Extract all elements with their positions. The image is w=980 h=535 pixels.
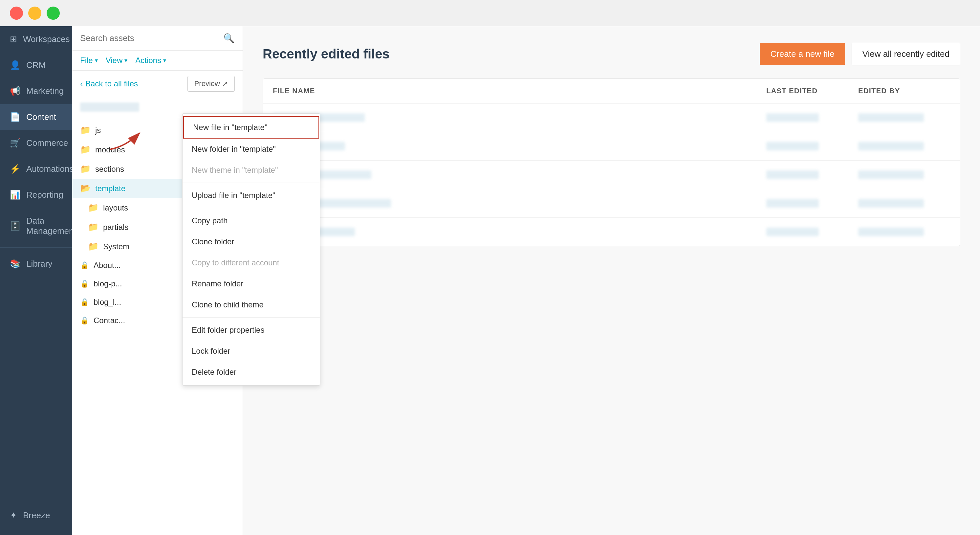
reporting-icon: 📊 [10,190,21,200]
sidebar-bottom: ✦ Breeze [0,496,72,535]
folder-icon: 📁 [80,125,91,135]
folder-icon: 📁 [80,145,91,155]
view-menu-button[interactable]: View ▾ [106,56,128,65]
tree-item-sections-label: sections [95,164,124,174]
sidebar-item-automations[interactable]: ⚡ Automations [0,156,72,182]
last-edited-cell [766,170,858,179]
edited-by-cell [858,199,950,207]
maximize-button[interactable] [47,6,60,20]
context-menu-delete-folder[interactable]: Delete folder [183,361,320,383]
tree-item-contact-label: Contac... [94,316,125,325]
tree-item-blog-l-label: blog_l... [94,298,121,307]
search-input[interactable] [80,33,220,43]
user-blurred [858,113,924,122]
sidebar-item-marketing[interactable]: 📢 Marketing [0,78,72,104]
context-menu-new-file[interactable]: New file in "template" [183,116,319,139]
main-layout: ⊞ Workspaces 👤 CRM 📢 Marketing 📄 Content… [0,26,980,535]
search-icon[interactable]: 🔍 [223,33,235,44]
sidebar-item-content[interactable]: 📄 Content [0,104,72,130]
tree-item-about-label: About... [94,261,121,270]
sidebar-divider [0,247,72,248]
context-menu-clone-folder[interactable]: Clone folder [183,231,320,252]
create-new-file-button[interactable]: Create a new file [760,43,845,65]
folder-open-icon: 📂 [80,183,91,193]
table-row[interactable] [263,161,960,189]
context-menu-rename-folder[interactable]: Rename folder [183,273,320,294]
workspaces-icon: ⊞ [10,34,17,45]
tree-item-js-label: js [95,126,101,135]
date-blurred [766,113,819,122]
file-chevron-icon: ▾ [95,57,98,64]
folder-icon: 📁 [88,241,99,252]
user-blurred [858,199,924,207]
context-menu-new-theme: New theme in "template" [183,159,320,181]
view-all-button[interactable]: View all recently edited [852,43,960,65]
edited-by-cell [858,142,950,150]
last-edited-cell [766,113,858,122]
last-edited-cell [766,142,858,150]
sidebar-item-commerce[interactable]: 🛒 Commerce [0,130,72,156]
back-link-bar: ‹ Back to all files Preview ↗ [72,71,243,97]
preview-button[interactable]: Preview ↗ [188,76,235,92]
file-icon: 🔒 [80,298,89,306]
breeze-icon: ✦ [10,510,17,521]
sidebar-item-library[interactable]: 📚 Library [0,251,72,277]
sidebar-item-data-management[interactable]: 🗄️ Data Management [0,208,72,244]
crm-icon: 👤 [10,60,21,70]
tree-item-partials-label: partials [103,223,128,232]
context-menu-divider-1 [183,183,320,183]
arrow-indicator [107,126,146,154]
main-content: Recently edited files Create a new file … [243,26,980,535]
minimize-button[interactable] [28,6,41,20]
back-chevron-icon: ‹ [80,79,83,88]
close-button[interactable] [10,6,23,20]
back-to-files-link[interactable]: Back to all files [85,79,138,88]
file-icon: 🔒 [80,261,89,270]
file-icon: 🔒 [80,316,89,325]
library-icon: 📚 [10,259,21,269]
actions-chevron-icon: ▾ [163,57,166,64]
context-menu-clone-child[interactable]: Clone to child theme [183,294,320,315]
page-title: Recently edited files [262,47,390,61]
table-header: FILE NAME LAST EDITED EDITED BY [263,79,960,103]
table-row[interactable] [263,189,960,218]
header-actions: Create a new file View all recently edit… [760,43,960,65]
sidebar-item-crm[interactable]: 👤 CRM [0,52,72,78]
sidebar-item-breeze[interactable]: ✦ Breeze [0,503,72,529]
user-blurred [858,170,924,179]
content-icon: 📄 [10,112,21,122]
table-row[interactable] [263,132,960,161]
context-menu-upload-file[interactable]: Upload file in "template" [183,185,320,206]
data-management-icon: 🗄️ [10,221,21,231]
context-menu-copy-path[interactable]: Copy path [183,210,320,231]
date-blurred [766,170,819,179]
context-menu-new-folder[interactable]: New folder in "template" [183,139,320,159]
marketing-icon: 📢 [10,86,21,96]
context-menu-lock-folder[interactable]: Lock folder [183,341,320,361]
edited-by-cell [858,228,950,236]
file-menu-button[interactable]: File ▾ [80,56,98,65]
title-bar [0,0,980,26]
col-header-last-edited: LAST EDITED [766,87,858,95]
date-blurred [766,228,819,236]
table-row[interactable] [263,218,960,246]
files-table: FILE NAME LAST EDITED EDITED BY [262,78,960,246]
folder-icon: 📁 [88,203,99,213]
edited-by-cell [858,170,950,179]
date-blurred [766,199,819,207]
folder-icon: 📁 [88,222,99,232]
file-panel: 🔍 File ▾ View ▾ Actions ▾ ‹ Back to all … [72,26,243,535]
actions-menu-button[interactable]: Actions ▾ [135,56,166,65]
file-icon: 🔒 [80,280,89,288]
sidebar-item-reporting[interactable]: 📊 Reporting [0,182,72,208]
tree-item-template-label: template [95,184,126,193]
sidebar-item-workspaces[interactable]: ⊞ Workspaces [0,26,72,52]
file-name-cell [273,113,766,122]
context-menu-edit-properties[interactable]: Edit folder properties [183,320,320,341]
file-toolbar: File ▾ View ▾ Actions ▾ [72,51,243,71]
table-row[interactable] [263,103,960,132]
search-bar: 🔍 [72,26,243,51]
file-name-cell [273,170,766,179]
arrow-icon [107,126,146,153]
file-name-cell [273,142,766,150]
